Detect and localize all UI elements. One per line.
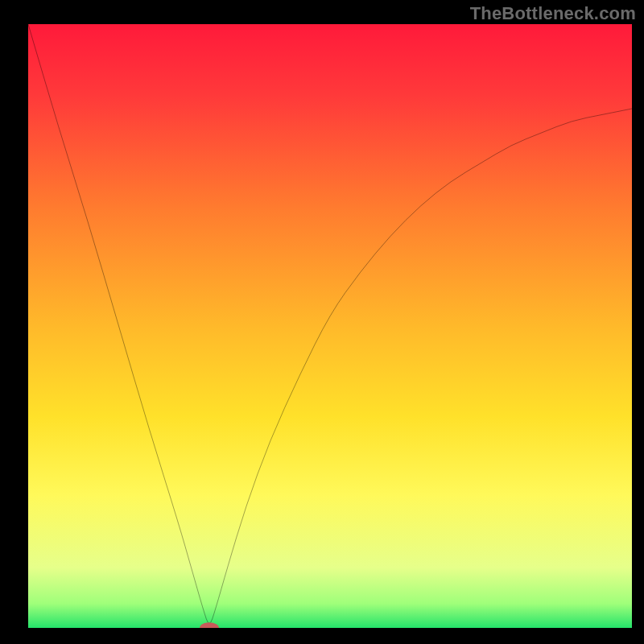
watermark-text: TheBottleneck.com — [470, 3, 636, 24]
chart-frame: TheBottleneck.com — [0, 0, 644, 644]
chart-plot — [28, 24, 632, 628]
